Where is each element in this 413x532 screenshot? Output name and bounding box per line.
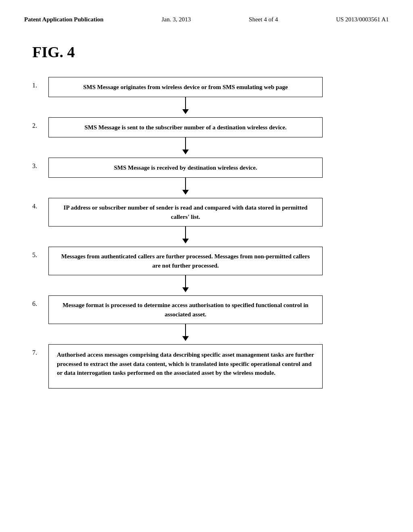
connector-line-5-6 [48,275,323,295]
flow-step-4: 4. IP address or subscriber number of se… [32,198,389,227]
connector-1-2 [32,97,389,117]
step-box-2: SMS Message is sent to the subscriber nu… [48,117,323,137]
step-box-3: SMS Message is received by destination w… [48,158,323,178]
step-number-1: 1. [32,77,48,89]
step-box-1: SMS Message originates from wireless dev… [48,77,323,97]
step-text-1: SMS Message originates from wireless dev… [83,83,288,92]
connector-line-6-7 [48,324,323,344]
step-box-4: IP address or subscriber number of sende… [48,198,323,227]
flowchart: 1. SMS Message originates from wireless … [32,77,389,389]
step-text-3: SMS Message is received by destination w… [114,163,257,172]
header-patent-label: US 2013/0003561 A1 [336,16,389,23]
connector-line-1-2 [48,97,323,117]
flow-step-6: 6. Message format is processed to determ… [32,295,389,324]
step-text-6: Message format is processed to determine… [57,301,314,319]
step-text-4: IP address or subscriber number of sende… [57,203,314,221]
step-number-7: 7. [32,344,48,356]
connector-6-7 [32,324,389,344]
flow-step-5: 5. Messages from authenticated callers a… [32,247,389,275]
figure-title: FIG. 4 [32,43,389,61]
step-number-6: 6. [32,295,48,308]
step-text-7: Authorised access messages comprising da… [57,350,314,378]
flow-step-3: 3. SMS Message is received by destinatio… [32,158,389,178]
connector-4-5 [32,227,389,247]
connector-line-2-3 [48,137,323,158]
connector-3-4 [32,178,389,198]
page-header: Patent Application Publication Jan. 3, 2… [24,16,389,23]
flow-step-1: 1. SMS Message originates from wireless … [32,77,389,97]
header-sheet-label: Sheet 4 of 4 [249,16,278,23]
page: Patent Application Publication Jan. 3, 2… [0,0,413,532]
flow-step-7: 7. Authorised access messages comprising… [32,344,389,389]
connector-line-4-5 [48,227,323,247]
step-number-4: 4. [32,198,48,210]
step-box-7: Authorised access messages comprising da… [48,344,323,389]
header-date-label: Jan. 3, 2013 [162,16,191,23]
connector-line-3-4 [48,178,323,198]
header-publication-label: Patent Application Publication [24,16,104,23]
step-number-2: 2. [32,117,48,129]
step-number-3: 3. [32,158,48,170]
connector-2-3 [32,137,389,158]
flow-step-2: 2. SMS Message is sent to the subscriber… [32,117,389,137]
step-box-6: Message format is processed to determine… [48,295,323,324]
connector-5-6 [32,275,389,295]
step-text-2: SMS Message is sent to the subscriber nu… [84,123,286,132]
step-text-5: Messages from authenticated callers are … [57,252,314,270]
step-box-5: Messages from authenticated callers are … [48,247,323,275]
step-number-5: 5. [32,247,48,259]
